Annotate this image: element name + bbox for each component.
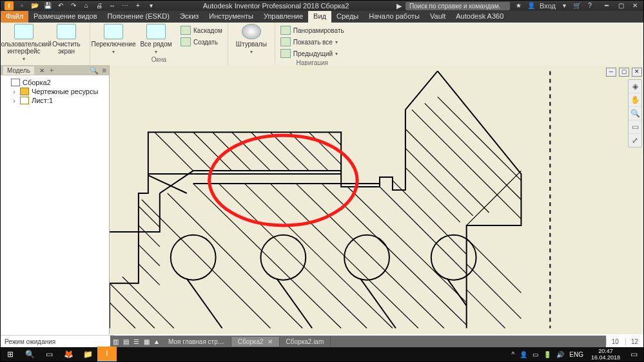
tile-button[interactable]: Все рядом	[137, 24, 175, 55]
browser-search-icon[interactable]: 🔍	[90, 66, 99, 75]
browser-header: Модель ✕ ＋ 🔍 ≡	[1, 65, 109, 75]
tray-volume-icon[interactable]: 🔊	[556, 351, 564, 358]
viewmode-3-icon[interactable]: ☰	[131, 336, 141, 347]
tab-manage[interactable]: Управление	[259, 11, 308, 23]
qat-plus-icon[interactable]: +	[133, 1, 142, 10]
qat-more-icon[interactable]: ⋯	[121, 1, 130, 10]
minimize-button[interactable]: ━	[602, 1, 611, 10]
viewmode-4-icon[interactable]: ▦	[141, 336, 151, 347]
doctab-assembly-drawing[interactable]: Сборка2✕	[231, 337, 280, 347]
doctab-home[interactable]: Моя главная стр…	[162, 337, 231, 347]
help-search-input[interactable]: Поиск по справке и командам.	[405, 2, 510, 10]
qat-print-icon[interactable]: 🖨	[95, 1, 104, 10]
ui-button[interactable]: Пользовательский интерфейс	[5, 24, 43, 62]
viewcube-icon[interactable]: ◈	[629, 80, 641, 93]
tab-annotation[interactable]: Пояснение (ESKD)	[102, 11, 175, 23]
work-area: Модель ✕ ＋ 🔍 ≡ Сборка2 ›Чертежные ресурс…	[1, 65, 643, 334]
drawing-icon	[11, 79, 20, 86]
favorite-icon[interactable]: ★	[514, 1, 523, 10]
qat-open-icon[interactable]: 📂	[30, 1, 39, 10]
svg-line-38	[467, 264, 522, 319]
canvas-close-icon[interactable]: ✕	[632, 68, 642, 77]
new-window-button[interactable]: Создать	[179, 37, 224, 47]
qat-dropdown-icon[interactable]: ▾	[146, 1, 155, 10]
help-icon[interactable]: ?	[585, 1, 594, 10]
steering-wheels-label: Штурвалы	[236, 41, 267, 48]
doctab-close-icon[interactable]: ✕	[268, 338, 273, 345]
tab-sketch[interactable]: Эскиз	[175, 11, 204, 23]
tab-a360[interactable]: Autodesk A360	[451, 11, 509, 23]
windows-taskbar: ⊞ 🔍 ▭ 🦊 📁 I ^ 👤 ▭ 🔋 🔊 ENG 20:47 16.04.20…	[1, 347, 643, 361]
qat-new-icon[interactable]: ▫	[17, 1, 26, 10]
tray-battery-icon[interactable]: 🔋	[543, 351, 551, 358]
zoom-all-button[interactable]: Показать все	[279, 37, 346, 47]
canvas-minimize-icon[interactable]: ─	[606, 68, 616, 77]
drawing-canvas[interactable]: ─ ▢ ✕ ◈ ✋ 🔍 ▭ ⤢	[110, 65, 643, 334]
tray-up-icon[interactable]: ^	[512, 351, 515, 358]
qat-redo-icon[interactable]: ↷	[69, 1, 78, 10]
tray-people-icon[interactable]: 👤	[520, 351, 527, 358]
cart-icon[interactable]: 🛒	[572, 1, 581, 10]
task-view-icon[interactable]: ▭	[39, 347, 59, 361]
tab-view[interactable]: Вид	[308, 11, 331, 23]
tab-environments[interactable]: Среды	[331, 11, 364, 23]
close-button[interactable]: ✕	[630, 1, 639, 10]
nav-zoomall-icon[interactable]: ⤢	[629, 134, 641, 147]
clean-screen-button[interactable]: Очистить экран	[47, 24, 86, 62]
cascade-button[interactable]: Каскадом	[179, 25, 224, 35]
autodesk-app-icon[interactable]: ▾	[560, 1, 569, 10]
nav-zoom-icon[interactable]: 🔍	[629, 107, 641, 120]
viewmode-1-icon[interactable]: ▥	[110, 336, 121, 347]
tray-lang[interactable]: ENG	[569, 351, 583, 358]
search-arrow-icon[interactable]: ▶	[396, 2, 402, 10]
tab-placement[interactable]: Размещение видов	[28, 11, 102, 23]
qat-save-icon[interactable]: 💾	[43, 1, 52, 10]
previous-view-button[interactable]: Предыдущий	[279, 48, 346, 59]
svg-point-42	[344, 235, 389, 280]
browser-tab[interactable]: Модель	[3, 66, 34, 75]
pan-button[interactable]: Панорамировать	[279, 25, 346, 35]
tray-network-icon[interactable]: ▭	[532, 351, 538, 358]
steering-wheels-button[interactable]: Штурвалы	[232, 24, 271, 55]
doctab-label: Моя главная стр…	[168, 338, 224, 345]
taskbar-firefox-icon[interactable]: 🦊	[59, 347, 78, 361]
browser-close-icon[interactable]: ✕	[39, 67, 44, 74]
expand-icon[interactable]: ›	[11, 88, 17, 95]
status-num1: 10	[606, 338, 624, 345]
tab-tools[interactable]: Инструменты	[204, 11, 259, 23]
svg-line-12	[122, 277, 174, 329]
tree-sheet1[interactable]: ›Лист:1	[11, 96, 108, 105]
qat-undo-icon[interactable]: ↶	[56, 1, 65, 10]
viewmode-2-icon[interactable]: ▤	[121, 336, 131, 347]
qat-measure-icon[interactable]: ↔	[108, 1, 117, 10]
tab-file[interactable]: Файл	[1, 11, 28, 23]
tree-root[interactable]: Сборка2	[2, 78, 108, 87]
folder-icon	[20, 88, 29, 95]
doctab-assembly-iam[interactable]: Сборка2.iam	[280, 337, 331, 347]
browser-add-icon[interactable]: ＋	[48, 66, 55, 75]
tree-drawing-resources[interactable]: ›Чертежные ресурсы	[11, 87, 108, 96]
login-label[interactable]: Вход	[540, 2, 556, 10]
viewmode-up-icon[interactable]: ▲	[151, 336, 162, 347]
user-icon[interactable]: 👤	[527, 1, 536, 10]
action-center-icon[interactable]: ▭	[624, 347, 643, 361]
restore-button[interactable]: ▢	[616, 1, 625, 10]
nav-pan-icon[interactable]: ✋	[629, 93, 641, 107]
taskbar-clock[interactable]: 20:47 16.04.2018	[587, 348, 624, 361]
taskbar-search-icon[interactable]: 🔍	[20, 347, 39, 361]
browser-menu-icon[interactable]: ≡	[102, 66, 106, 74]
clean-screen-label: Очистить экран	[47, 41, 86, 55]
tab-vault[interactable]: Vault	[425, 11, 451, 23]
switch-windows-button[interactable]: Переключение	[94, 24, 133, 55]
start-button[interactable]: ⊞	[1, 347, 20, 361]
sheet-icon	[20, 97, 29, 104]
taskbar-inventor-icon[interactable]: I	[97, 347, 117, 362]
qat-home-icon[interactable]: ⌂	[82, 1, 91, 10]
expand-icon[interactable]: ›	[11, 97, 17, 104]
taskbar-explorer-icon[interactable]: 📁	[78, 347, 97, 361]
canvas-restore-icon[interactable]: ▢	[619, 68, 629, 77]
canvas-corner-controls: ─ ▢ ✕	[606, 68, 642, 77]
tree-item-label: Лист:1	[32, 97, 53, 104]
nav-zoomwin-icon[interactable]: ▭	[629, 120, 641, 134]
tab-getstarted[interactable]: Начало работы	[364, 11, 425, 23]
